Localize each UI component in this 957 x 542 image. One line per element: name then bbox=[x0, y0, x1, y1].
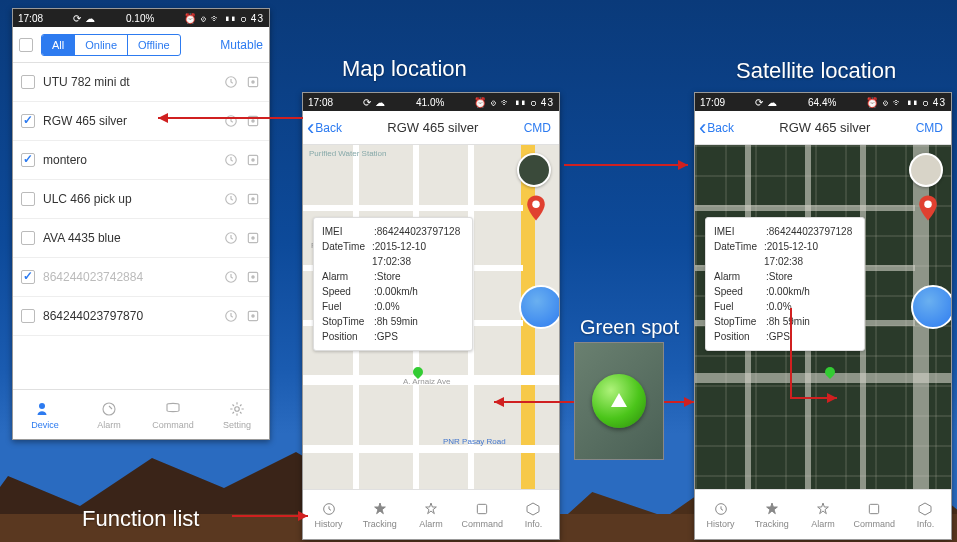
device-name: 864244023742884 bbox=[43, 270, 217, 284]
device-checkbox[interactable] bbox=[21, 231, 35, 245]
cmd-button[interactable]: CMD bbox=[916, 121, 943, 135]
device-row[interactable]: AVA 4435 blue bbox=[13, 219, 269, 258]
svg-marker-9 bbox=[298, 511, 308, 521]
locate-icon[interactable] bbox=[245, 152, 261, 168]
tab-command[interactable]: Command bbox=[457, 490, 508, 539]
locate-icon[interactable] bbox=[245, 74, 261, 90]
nav-device[interactable]: Device bbox=[13, 390, 77, 439]
compass-icon[interactable] bbox=[519, 285, 559, 329]
filter-bar: All Online Offline Mutable bbox=[13, 27, 269, 63]
status-bar: 17:08 ⟳ ☁ 41.0% ⏰ ⊘ ᯤ ▮▮ ▢ 43 bbox=[303, 93, 559, 111]
svg-marker-1 bbox=[158, 113, 168, 123]
phone-device-list: 17:08 ⟳ ☁ 0.10% ⏰ ⊘ ᯤ ▮▮ ▢ 43 All Online… bbox=[12, 8, 270, 440]
compass-icon[interactable] bbox=[911, 285, 951, 329]
svg-point-33 bbox=[103, 403, 115, 415]
svg-marker-42 bbox=[919, 503, 931, 515]
nav-alarm[interactable]: Alarm bbox=[77, 390, 141, 439]
status-pct: 0.10% bbox=[126, 13, 154, 24]
filter-all[interactable]: All bbox=[42, 35, 75, 55]
arrow-sat-toggle bbox=[556, 155, 696, 175]
arrow-function-list bbox=[224, 506, 314, 526]
arrow-device-to-map bbox=[148, 108, 308, 128]
filter-online[interactable]: Online bbox=[75, 35, 128, 55]
back-button[interactable]: Back bbox=[307, 121, 342, 135]
arrow-green-right bbox=[660, 392, 700, 412]
map-toggle-button[interactable] bbox=[909, 153, 943, 187]
locate-icon[interactable] bbox=[245, 230, 261, 246]
tab-info[interactable]: Info. bbox=[508, 490, 559, 539]
svg-marker-38 bbox=[527, 503, 539, 515]
function-tabs: History Tracking Alarm Command Info. bbox=[695, 489, 951, 539]
filter-segment: All Online Offline bbox=[41, 34, 181, 56]
location-pin-icon[interactable] bbox=[521, 193, 551, 223]
status-time: 17:08 bbox=[308, 97, 333, 108]
status-icons-right: ⏰ ⊘ ᯤ ▮▮ ▢ 43 bbox=[184, 13, 264, 24]
device-checkbox[interactable] bbox=[21, 153, 35, 167]
map-label-pasay: PNR Pasay Road bbox=[443, 437, 506, 446]
svg-point-32 bbox=[39, 403, 45, 409]
device-row[interactable]: UTU 782 mini dt bbox=[13, 63, 269, 102]
clock-icon[interactable] bbox=[223, 308, 239, 324]
tab-tracking[interactable]: Tracking bbox=[746, 490, 797, 539]
device-name: 864244023797870 bbox=[43, 309, 217, 323]
status-bar: 17:09 ⟳ ☁ 64.4% ⏰ ⊘ ᯤ ▮▮ ▢ 43 bbox=[695, 93, 951, 111]
svg-point-31 bbox=[252, 315, 254, 317]
phone-map-view: 17:08 ⟳ ☁ 41.0% ⏰ ⊘ ᯤ ▮▮ ▢ 43 Back RGW 4… bbox=[302, 92, 560, 540]
device-name: ULC 466 pick up bbox=[43, 192, 217, 206]
device-checkbox[interactable] bbox=[21, 309, 35, 323]
clock-icon[interactable] bbox=[223, 191, 239, 207]
clock-icon[interactable] bbox=[223, 74, 239, 90]
tab-alarm[interactable]: Alarm bbox=[405, 490, 456, 539]
svg-point-19 bbox=[252, 159, 254, 161]
cmd-button[interactable]: CMD bbox=[524, 121, 551, 135]
green-ball-icon bbox=[592, 374, 646, 428]
status-bar: 17:08 ⟳ ☁ 0.10% ⏰ ⊘ ᯤ ▮▮ ▢ 43 bbox=[13, 9, 269, 27]
locate-icon[interactable] bbox=[245, 308, 261, 324]
tab-tracking[interactable]: Tracking bbox=[354, 490, 405, 539]
svg-marker-7 bbox=[684, 397, 694, 407]
device-checkbox[interactable] bbox=[21, 75, 35, 89]
status-pct: 64.4% bbox=[808, 97, 836, 108]
mutable-link[interactable]: Mutable bbox=[220, 38, 263, 52]
svg-marker-10 bbox=[827, 393, 837, 403]
satellite-toggle-button[interactable] bbox=[517, 153, 551, 187]
map-area[interactable]: Purified Water Station Faraday A. Arnaiz… bbox=[303, 145, 559, 489]
svg-point-28 bbox=[252, 276, 254, 278]
function-tabs: History Tracking Alarm Command Info. bbox=[303, 489, 559, 539]
bottom-nav: Device Alarm Command Setting bbox=[13, 389, 269, 439]
back-button[interactable]: Back bbox=[699, 121, 734, 135]
tab-info[interactable]: Info. bbox=[900, 490, 951, 539]
device-row[interactable]: 864244023797870 bbox=[13, 297, 269, 336]
svg-point-13 bbox=[252, 81, 254, 83]
clock-icon[interactable] bbox=[223, 152, 239, 168]
device-row[interactable]: 864244023742884 bbox=[13, 258, 269, 297]
status-time: 17:09 bbox=[700, 97, 725, 108]
device-checkbox[interactable] bbox=[21, 270, 35, 284]
arrow-sat-green bbox=[783, 300, 843, 406]
tab-history[interactable]: History bbox=[695, 490, 746, 539]
label-function-list: Function list bbox=[82, 506, 199, 532]
nav-header: Back RGW 465 silver CMD bbox=[303, 111, 559, 145]
nav-setting[interactable]: Setting bbox=[205, 390, 269, 439]
tab-command[interactable]: Command bbox=[849, 490, 900, 539]
device-checkbox[interactable] bbox=[21, 192, 35, 206]
nav-command[interactable]: Command bbox=[141, 390, 205, 439]
filter-offline[interactable]: Offline bbox=[128, 35, 180, 55]
svg-point-39 bbox=[924, 201, 932, 209]
arrow-green-left bbox=[486, 392, 578, 412]
clock-icon[interactable] bbox=[223, 230, 239, 246]
device-checkbox[interactable] bbox=[21, 114, 35, 128]
locate-icon[interactable] bbox=[245, 191, 261, 207]
map-label-water: Purified Water Station bbox=[309, 149, 387, 158]
device-name: AVA 4435 blue bbox=[43, 231, 217, 245]
tab-alarm[interactable]: Alarm bbox=[797, 490, 848, 539]
device-row[interactable]: ULC 466 pick up bbox=[13, 180, 269, 219]
select-all-checkbox[interactable] bbox=[19, 38, 33, 52]
nav-title: RGW 465 silver bbox=[342, 120, 524, 135]
locate-icon[interactable] bbox=[245, 269, 261, 285]
device-row[interactable]: montero bbox=[13, 141, 269, 180]
location-pin-icon[interactable] bbox=[913, 193, 943, 223]
svg-rect-37 bbox=[478, 504, 487, 513]
clock-icon[interactable] bbox=[223, 269, 239, 285]
svg-point-25 bbox=[252, 237, 254, 239]
